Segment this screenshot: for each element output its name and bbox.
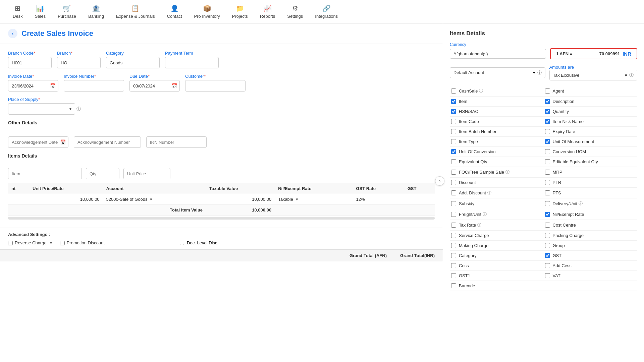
checkbox-item-taxrate[interactable]: Tax Rate ⓘ bbox=[450, 220, 544, 231]
branch-code-input[interactable] bbox=[8, 57, 52, 68]
checkbox-item-uom[interactable]: Unit Of Measurement bbox=[544, 137, 638, 147]
checkbox-equivqty[interactable] bbox=[451, 159, 456, 164]
checkbox-item-group[interactable]: Group bbox=[544, 241, 638, 251]
default-account-info-icon[interactable]: ⓘ bbox=[537, 70, 542, 76]
checkbox-servicecharge[interactable] bbox=[451, 233, 456, 238]
checkbox-expirydate[interactable] bbox=[545, 129, 550, 134]
checkbox-item-agent[interactable]: Agent bbox=[544, 86, 638, 97]
checkbox-item-quantity[interactable]: Quantity bbox=[544, 107, 638, 117]
checkbox-pts[interactable] bbox=[545, 190, 550, 195]
reverse-charge-dropdown[interactable]: ▾ bbox=[50, 241, 52, 245]
checkbox-item-cashsale[interactable]: CashSale ⓘ bbox=[450, 86, 544, 97]
checkbox-item-costcentre[interactable]: Cost Centre bbox=[544, 220, 638, 231]
checkbox-item-gst1[interactable]: GST1 bbox=[450, 271, 544, 281]
checkbox-taxrate[interactable] bbox=[451, 223, 456, 228]
checkbox-foc[interactable] bbox=[451, 170, 456, 175]
nav-projects[interactable]: 📁 Projects bbox=[226, 2, 254, 21]
checkbox-item-vat[interactable]: VAT bbox=[544, 271, 638, 281]
deliveryunit-info-icon[interactable]: ⓘ bbox=[579, 201, 583, 206]
checkbox-item-packingcharge[interactable]: Packing Charge bbox=[544, 231, 638, 241]
checkbox-item-itemcode[interactable]: Item Code bbox=[450, 117, 544, 127]
checkbox-item-barcode[interactable]: Barcode bbox=[450, 281, 544, 291]
checkbox-unitconversion[interactable] bbox=[451, 149, 456, 154]
checkbox-uom[interactable] bbox=[545, 139, 550, 144]
unit-price-input[interactable] bbox=[123, 168, 170, 179]
promotion-discount-checkbox[interactable] bbox=[60, 241, 65, 245]
checkbox-item-unitconversion[interactable]: Unit Of Conversion bbox=[450, 147, 544, 157]
checkbox-barcode[interactable] bbox=[451, 283, 456, 288]
checkbox-item-addcess[interactable]: Add Cess bbox=[544, 261, 638, 271]
checkbox-item-description[interactable]: Description bbox=[544, 97, 638, 107]
freightunit-info-icon[interactable]: ⓘ bbox=[483, 212, 487, 217]
checkbox-item-gst[interactable]: GST bbox=[544, 251, 638, 261]
payment-term-input[interactable] bbox=[165, 57, 219, 68]
checkbox-itemnickname[interactable] bbox=[545, 119, 550, 124]
place-of-supply-select[interactable]: ▾ bbox=[8, 103, 75, 115]
reverse-charge-label[interactable]: Reverse Charge ▾ bbox=[8, 240, 52, 245]
checkbox-nilexemptrate[interactable] bbox=[545, 212, 550, 217]
checkbox-gst[interactable] bbox=[545, 253, 550, 258]
reverse-charge-checkbox[interactable] bbox=[8, 241, 13, 245]
checkbox-item-cess[interactable]: Cess bbox=[450, 261, 544, 271]
checkbox-deliveryunit[interactable] bbox=[545, 201, 550, 206]
amounts-info-icon[interactable]: ⓘ bbox=[629, 72, 634, 78]
nav-contact[interactable]: 👤 Contact bbox=[161, 2, 188, 21]
checkbox-itemtype[interactable] bbox=[451, 139, 456, 144]
checkbox-item-category[interactable]: Category bbox=[450, 251, 544, 261]
checkbox-vat[interactable] bbox=[545, 273, 550, 278]
checkbox-item-hsnsac[interactable]: HSN/SAC bbox=[450, 107, 544, 117]
checkbox-adddiscount[interactable] bbox=[451, 190, 456, 195]
customer-input[interactable] bbox=[185, 80, 246, 92]
checkbox-item-conversionuom[interactable]: Conversion UOM bbox=[544, 147, 638, 157]
checkbox-item-editequivqty[interactable]: Editable Equivalent Qty bbox=[544, 157, 638, 167]
adddiscount-info-icon[interactable]: ⓘ bbox=[487, 190, 491, 196]
checkbox-item-foc[interactable]: FOC/Free Sample Sale ⓘ bbox=[450, 167, 544, 178]
checkbox-agent[interactable] bbox=[545, 88, 550, 94]
checkbox-item-adddiscount[interactable]: Add. Discount ⓘ bbox=[450, 188, 544, 198]
checkbox-item-makingcharge[interactable]: Making Charge bbox=[450, 241, 544, 251]
due-date-calendar-icon[interactable]: 📅 bbox=[171, 83, 177, 88]
checkbox-costcentre[interactable] bbox=[545, 223, 550, 228]
checkbox-item-discount[interactable]: Discount bbox=[450, 178, 544, 188]
foc-info-icon[interactable]: ⓘ bbox=[505, 169, 509, 175]
ack-date-calendar-icon[interactable]: 📅 bbox=[60, 139, 66, 145]
promotion-discount-label[interactable]: Promotion Discount bbox=[60, 240, 105, 245]
checkbox-item-servicecharge[interactable]: Service Charge bbox=[450, 231, 544, 241]
nav-expense[interactable]: 📋 Expense & Journals bbox=[110, 2, 161, 21]
nav-purchase[interactable]: 🛒 Purchase bbox=[52, 2, 82, 21]
checkbox-cess[interactable] bbox=[451, 263, 456, 268]
checkbox-itembatch[interactable] bbox=[451, 129, 456, 134]
checkbox-item-equivqty[interactable]: Equivalent Qty bbox=[450, 157, 544, 167]
checkbox-item-itemnickname[interactable]: Item Nick Name bbox=[544, 117, 638, 127]
place-of-supply-info-icon[interactable]: ⓘ bbox=[76, 106, 81, 112]
nav-proinventory[interactable]: 📦 Pro Inventory bbox=[188, 2, 226, 21]
checkbox-discount[interactable] bbox=[451, 180, 456, 185]
ack-number-input[interactable] bbox=[74, 136, 141, 148]
checkbox-item-itemtype[interactable]: Item Type bbox=[450, 137, 544, 147]
horizontal-scrollbar[interactable] bbox=[8, 217, 435, 220]
taxrate-info-icon[interactable]: ⓘ bbox=[477, 222, 481, 228]
nav-banking[interactable]: 🏦 Banking bbox=[82, 2, 110, 21]
amounts-are-select[interactable]: Tax Exclusive ▾ ⓘ bbox=[549, 70, 638, 80]
checkbox-cashsale[interactable] bbox=[451, 88, 456, 94]
nil-exempt-dropdown-icon[interactable]: ▾ bbox=[296, 197, 298, 202]
category-input[interactable] bbox=[106, 57, 160, 68]
checkbox-item-empty-r-19[interactable] bbox=[544, 281, 638, 291]
irn-number-input[interactable] bbox=[146, 136, 207, 148]
checkbox-item-subsidy[interactable]: Subsidy bbox=[450, 198, 544, 209]
nav-desk[interactable]: ⊞ Desk bbox=[7, 2, 29, 21]
nav-integrations[interactable]: 🔗 Integrations bbox=[309, 2, 344, 21]
checkbox-makingcharge[interactable] bbox=[451, 243, 456, 248]
checkbox-conversionuom[interactable] bbox=[545, 149, 550, 154]
invoice-number-input[interactable] bbox=[64, 80, 124, 92]
checkbox-item[interactable] bbox=[451, 99, 456, 104]
ack-date-input[interactable] bbox=[8, 136, 68, 148]
checkbox-itemcode[interactable] bbox=[451, 119, 456, 124]
checkbox-item-ptr[interactable]: PTR bbox=[544, 178, 638, 188]
nav-sales[interactable]: 📊 Sales bbox=[29, 2, 52, 21]
checkbox-item-nilexemptrate[interactable]: Nil/Exempt Rate bbox=[544, 209, 638, 220]
item-input[interactable] bbox=[8, 168, 82, 179]
checkbox-editequivqty[interactable] bbox=[545, 159, 550, 164]
checkbox-item-itembatch[interactable]: Item Batch Number bbox=[450, 127, 544, 137]
checkbox-freightunit[interactable] bbox=[451, 212, 456, 217]
